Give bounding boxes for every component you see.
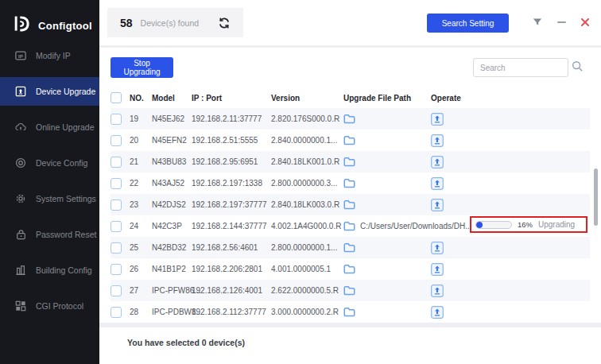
device-table-panel: Stop Upgrading NO. Model IP : Port Versi… [99, 48, 601, 323]
search-box [473, 58, 584, 77]
row-no: 19 [128, 114, 152, 123]
table-row: 26 N41B1P2 192.168.2.206:2801 4.001.0000… [111, 258, 590, 280]
select-all-checkbox[interactable] [111, 92, 122, 103]
selection-footer: You have selected 0 device(s) [99, 327, 601, 364]
upgrade-button[interactable] [431, 242, 444, 254]
row-ip-port: 192.168.2.126:4001 [192, 286, 271, 295]
sidebar-item-cgi-protocol[interactable]: CGI Protocol [0, 292, 99, 320]
table-row: 22 N43AJ52 192.168.2.197:1338 2.800.0000… [111, 172, 590, 194]
row-checkbox[interactable] [111, 285, 122, 296]
row-version: 3.000.0000000.2.R [271, 308, 343, 316]
header-model: Model [152, 94, 192, 103]
sidebar-item-online-upgrade[interactable]: Online Upgrade [0, 113, 99, 141]
browse-folder-icon[interactable] [343, 242, 355, 253]
browse-folder-icon[interactable] [343, 178, 355, 188]
sidebar-item-label: CGI Protocol [36, 301, 83, 311]
row-version: 2.840.18LK003.0.R [271, 200, 343, 209]
row-no: 28 [128, 308, 152, 316]
table-toolbar: Stop Upgrading [99, 48, 601, 87]
header-upgrade-file-path: Upgrade File Path [343, 94, 427, 103]
upgrade-button[interactable] [431, 285, 444, 297]
sidebar-item-label: Device Upgrade [36, 87, 95, 96]
sidebar-menu: IP Modify IP Device Upgrade Online Upgra… [0, 41, 99, 320]
row-no: 25 [128, 243, 152, 252]
minimize-icon[interactable] [556, 17, 567, 27]
sidebar-item-modify-ip[interactable]: IP Modify IP [0, 41, 99, 70]
sidebar-item-device-upgrade[interactable]: Device Upgrade [0, 77, 99, 106]
browse-folder-icon[interactable] [343, 157, 355, 167]
device-upgrade-icon [15, 86, 26, 97]
upgrade-button[interactable] [431, 134, 444, 147]
refresh-icon[interactable] [218, 17, 231, 29]
building-icon [15, 265, 26, 276]
table-row: 20 N45EFN2 192.168.2.51:5555 2.840.00000… [111, 130, 590, 151]
row-model: N45EJ62 [152, 114, 192, 123]
row-checkbox[interactable] [111, 199, 122, 211]
row-version: 4.001.0000005.1 [271, 265, 343, 273]
row-no: 20 [128, 136, 152, 145]
row-checkbox[interactable] [111, 157, 122, 168]
browse-folder-icon[interactable] [343, 307, 355, 317]
table-scrollbar-thumb[interactable] [594, 168, 598, 226]
progress-fill [476, 222, 483, 228]
browse-folder-icon[interactable] [343, 135, 355, 145]
browse-folder-icon[interactable] [343, 114, 355, 124]
row-checkbox[interactable] [111, 221, 122, 232]
close-icon[interactable] [580, 17, 590, 27]
row-ip-port: 192.168.2.144:37777 [192, 222, 271, 230]
sidebar-item-building-config[interactable]: Building Config [0, 256, 99, 285]
search-input[interactable] [473, 58, 568, 77]
filter-dropdown-icon[interactable] [532, 17, 543, 27]
browse-folder-icon[interactable] [343, 285, 355, 296]
upgrade-button[interactable] [431, 306, 444, 319]
upgrade-button[interactable] [431, 156, 444, 168]
row-checkbox[interactable] [111, 307, 122, 318]
search-icon[interactable] [571, 60, 584, 76]
row-version: 2.800.0000000.3... [271, 179, 343, 188]
sidebar-item-device-config[interactable]: Device Config [0, 149, 99, 177]
dahua-logo-icon [12, 14, 31, 37]
row-checkbox[interactable] [111, 135, 122, 146]
sidebar-item-system-settings[interactable]: System Settings [0, 184, 99, 213]
row-no: 26 [128, 265, 152, 273]
upgrade-button[interactable] [431, 177, 444, 190]
table-row: 27 IPC-PFW86... 192.168.2.126:4001 2.622… [111, 280, 590, 301]
search-setting-button[interactable]: Search Setting [427, 14, 509, 33]
row-version: 2.800.0000000.1... [271, 243, 343, 252]
upgrade-button[interactable] [431, 113, 444, 126]
row-checkbox[interactable] [111, 114, 122, 125]
sidebar-item-label: System Settings [36, 194, 96, 203]
stop-upgrading-button[interactable]: Stop Upgrading [111, 57, 173, 78]
device-count-label: Device(s) found [141, 18, 200, 28]
row-model: N43BU83 [152, 157, 192, 166]
table-row: 25 N42BD32 192.168.2.56:4601 2.800.00000… [111, 237, 590, 258]
lock-icon [15, 229, 26, 240]
upgrade-button[interactable] [431, 263, 444, 276]
row-checkbox[interactable] [111, 242, 122, 254]
browse-folder-icon[interactable] [343, 199, 355, 210]
row-version: 2.820.176S000.0.R [271, 114, 343, 123]
sidebar-item-label: Modify IP [36, 51, 71, 60]
row-ip-port: 192.168.2.95:6951 [192, 157, 271, 166]
row-model: N45EFN2 [152, 136, 192, 145]
sidebar-item-label: Password Reset [36, 230, 96, 239]
row-checkbox[interactable] [111, 264, 122, 275]
upgrade-status: Upgrading [538, 220, 575, 229]
row-version: 2.840.18LK001.0.R [271, 157, 343, 166]
row-no: 22 [128, 179, 152, 188]
upgrade-file-path: C:/Users/User/Downloads/DH... [360, 222, 472, 230]
browse-folder-icon[interactable] [343, 264, 355, 274]
upgrade-button[interactable] [431, 199, 444, 211]
row-ip-port: 192.168.2.51:5555 [192, 136, 271, 145]
sidebar-item-label: Online Upgrade [36, 122, 95, 132]
row-ip-port: 192.168.2.206:2801 [192, 265, 271, 273]
ip-icon: IP [15, 50, 26, 61]
upgrade-progress-highlight: 16% Upgrading [470, 216, 587, 233]
browse-folder-icon[interactable] [343, 221, 355, 231]
row-checkbox[interactable] [111, 178, 122, 189]
row-model: IPC-PFW86... [152, 286, 192, 295]
row-no: 23 [128, 200, 152, 209]
header-ip-port: IP : Port [192, 94, 271, 103]
row-no: 24 [128, 222, 152, 230]
sidebar-item-password-reset[interactable]: Password Reset [0, 220, 99, 249]
